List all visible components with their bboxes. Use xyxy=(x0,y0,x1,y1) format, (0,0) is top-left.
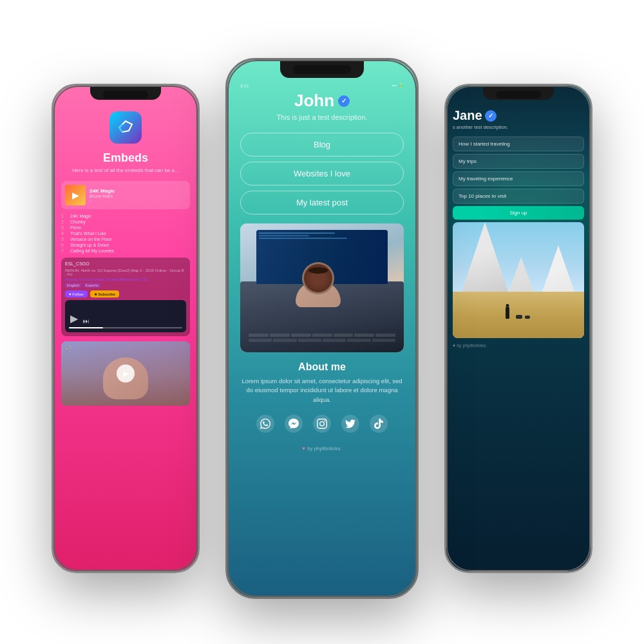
track-7: 7Calling All My Loveles xyxy=(61,248,190,254)
camera-right xyxy=(496,91,541,99)
follow-icon: ♥ xyxy=(69,292,71,296)
twitch-buttons: ♥ Follow ★ Subscribe xyxy=(65,290,186,298)
key xyxy=(375,334,395,337)
status-time: 9:41 xyxy=(240,84,249,88)
track-1: 124K Magic xyxy=(61,213,190,219)
power-button-center xyxy=(417,137,419,163)
instagram-icon[interactable] xyxy=(313,415,331,433)
link-top-places[interactable]: Top 10 places to visit xyxy=(453,189,584,204)
heart-icon: ♥ xyxy=(302,446,305,451)
video-thumbnail: 🔊 ▶ xyxy=(61,341,190,406)
verified-badge-right: ✓ xyxy=(485,110,497,122)
notch-left xyxy=(90,86,161,100)
link-my-trips[interactable]: My trips xyxy=(453,154,584,169)
tiktok-icon[interactable] xyxy=(370,415,388,433)
right-profile-name: Jane ✓ xyxy=(453,108,584,123)
profile-name: John ✓ xyxy=(294,91,350,111)
progress-bar xyxy=(69,327,182,328)
person-silhouette xyxy=(506,307,509,319)
key xyxy=(249,334,269,337)
about-me-text: Lorem ipsum dolor sit amet, consectetur … xyxy=(240,377,404,404)
twitch-card: ESL_CSGO RERUN: North vs. G2 Esports [Du… xyxy=(61,258,190,336)
key xyxy=(323,339,346,342)
phone-left: Embeds Here is a test of all the embeds … xyxy=(52,84,200,573)
key xyxy=(347,339,370,342)
phone-left-screen: Embeds Here is a test of all the embeds … xyxy=(53,86,198,571)
track-2: 2Chunky xyxy=(61,219,190,225)
notch-center xyxy=(280,60,364,78)
profile-description: This is just a test description. xyxy=(276,113,367,121)
key-row-1 xyxy=(249,334,396,337)
footer-text: by phpBiolinks. xyxy=(307,446,342,451)
coffee-scene xyxy=(240,223,404,352)
track-3: 3Perm xyxy=(61,225,190,231)
social-icons-row xyxy=(256,415,388,433)
keyboard xyxy=(249,334,396,342)
right-footer-brand: ♥ by phpBiolinks. xyxy=(453,343,584,348)
play-button[interactable]: ▶ xyxy=(117,365,135,383)
latest-post-button[interactable]: My latest post xyxy=(240,191,404,214)
track-4: 4That's What I Like xyxy=(61,231,190,236)
music-thumbnail: ▶ xyxy=(65,185,86,205)
app-logo xyxy=(109,111,142,144)
camera-center xyxy=(293,65,351,74)
notch-right xyxy=(483,86,554,100)
tag-esports: Esports xyxy=(84,283,100,288)
mountain-scene xyxy=(453,222,584,338)
about-me-heading: About me xyxy=(298,361,346,373)
music-info: 24K Magic Bruno Mars ♪ xyxy=(90,188,186,202)
music-card: ▶ 24K Magic Bruno Mars ♪ xyxy=(61,181,190,209)
power-button-left xyxy=(198,163,200,189)
follow-button[interactable]: ♥ Follow xyxy=(65,290,88,298)
key xyxy=(312,334,332,337)
whatsapp-icon[interactable] xyxy=(256,415,274,433)
status-icons: ▪▪▪ 🔋 xyxy=(392,83,404,88)
song-title: 24K Magic xyxy=(90,188,186,194)
twitch-event: RERUN: North vs. G2 Esports [Dust2] Map … xyxy=(65,269,186,276)
subscribe-button[interactable]: ★ Subscribe xyxy=(90,290,119,298)
dog-shape-2 xyxy=(525,316,530,319)
websites-i-love-button[interactable]: Websites I love xyxy=(240,162,404,185)
verified-badge: ✓ xyxy=(338,95,350,107)
key xyxy=(273,339,296,342)
code-line xyxy=(259,238,347,239)
phone-center-screen: 9:41 ▪▪▪ 🔋 John ✓ This is just a test de… xyxy=(227,60,417,597)
blog-button[interactable]: Blog xyxy=(240,133,404,156)
skip-icon: ⏭ xyxy=(83,317,90,325)
dog-shape-1 xyxy=(516,315,522,319)
code-line xyxy=(259,235,309,236)
star-icon: ★ xyxy=(94,292,97,296)
key-row-2 xyxy=(249,339,396,342)
phone-center: 9:41 ▪▪▪ 🔋 John ✓ This is just a test de… xyxy=(225,58,419,599)
play-icon: ▶ xyxy=(70,312,78,325)
right-description: s another test description. xyxy=(453,124,584,130)
coffee-cup xyxy=(302,262,334,294)
key xyxy=(372,339,395,342)
twitter-icon[interactable] xyxy=(341,415,359,433)
post-image xyxy=(240,223,404,352)
tag-english: English xyxy=(65,283,82,288)
key xyxy=(298,339,321,342)
key xyxy=(334,334,354,337)
key xyxy=(354,334,374,337)
center-content: 9:41 ▪▪▪ 🔋 John ✓ This is just a test de… xyxy=(227,60,417,464)
right-footer-text: by phpBiolinks. xyxy=(457,343,487,348)
key xyxy=(249,339,272,342)
track-5: 5Versace on the Floor xyxy=(61,236,190,242)
code-line xyxy=(259,232,334,234)
link-traveling-experience[interactable]: My traveling experience xyxy=(453,171,584,186)
camera-left xyxy=(103,91,148,99)
messenger-icon[interactable] xyxy=(285,415,303,433)
desert-floor xyxy=(453,292,584,338)
link-traveling-started[interactable]: How I started traveling xyxy=(453,137,584,151)
phones-container: Embeds Here is a test of all the embeds … xyxy=(32,32,612,612)
twitch-game: Playing Counter-Strike: Global Offensive… xyxy=(65,278,186,281)
twitch-channel: ESL_CSGO xyxy=(65,261,186,266)
right-content: Jane ✓ s another test description. How I… xyxy=(446,86,591,354)
song-meta: ♪ xyxy=(90,198,186,202)
signup-button[interactable]: Sign up xyxy=(453,206,584,220)
phone-right: Jane ✓ s another test description. How I… xyxy=(444,84,592,573)
artist-name: Bruno Mars xyxy=(90,194,186,198)
right-heart-icon: ♥ xyxy=(453,343,455,348)
code-display xyxy=(259,232,384,239)
